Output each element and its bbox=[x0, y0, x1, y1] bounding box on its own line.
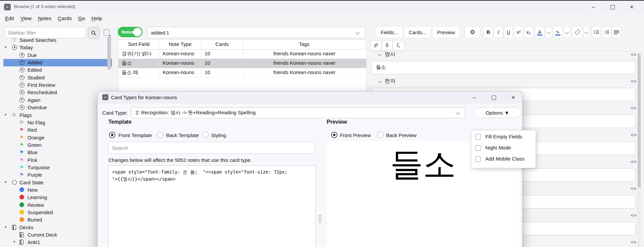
checkbox-add-mobile-class[interactable] bbox=[475, 156, 481, 162]
italic-button[interactable]: I bbox=[494, 26, 503, 38]
sidebar-item-card-state[interactable]: ▾Card State bbox=[3, 179, 112, 186]
fields-button[interactable]: Fields... bbox=[376, 26, 403, 38]
sidebar-item-turquoise[interactable]: ⚑Turquoise bbox=[3, 164, 112, 171]
sidebar-item-saved-searches[interactable]: ♡Saved Searches bbox=[3, 37, 112, 44]
column-header-note-type[interactable]: Note Type bbox=[159, 40, 201, 49]
sidebar-item-studied[interactable]: Studied bbox=[3, 74, 112, 81]
dialog-close-button[interactable]: × bbox=[506, 93, 520, 102]
front-preview-radio[interactable] bbox=[331, 132, 337, 138]
notes-cards-toggle[interactable]: Notes bbox=[118, 27, 143, 37]
html-editor-icon[interactable]: <> bbox=[631, 213, 637, 218]
back-template-radio[interactable] bbox=[157, 132, 164, 138]
collapse-field-icon[interactable] bbox=[378, 79, 381, 83]
close-button[interactable]: × bbox=[625, 3, 638, 11]
sidebar-item-new[interactable]: New bbox=[3, 186, 112, 194]
table-row[interactable]: 들소 떼Korean-nouns10friends Korean-nouns n… bbox=[118, 68, 366, 78]
dialog-minimize-button[interactable]: – bbox=[468, 93, 481, 102]
template-search-input[interactable] bbox=[108, 142, 315, 154]
remove-formatting-dropdown-button[interactable] bbox=[583, 26, 590, 38]
menu-cards[interactable]: Cards bbox=[58, 15, 72, 21]
table-row[interactable]: 잠귀(가) 밝다Korean-nouns10friends Korean-nou… bbox=[118, 49, 366, 59]
sidebar-item-orange[interactable]: ⚑Orange bbox=[3, 134, 112, 141]
highlight-dropdown-button[interactable] bbox=[564, 26, 570, 38]
sidebar-item-purple[interactable]: ⚑Purple bbox=[3, 171, 112, 179]
sidebar-item-overdue[interactable]: Overdue bbox=[3, 104, 112, 111]
text-color-button[interactable]: A bbox=[535, 26, 545, 38]
html-editor-icon[interactable]: <> bbox=[631, 106, 637, 111]
back-preview-radio[interactable] bbox=[377, 132, 384, 138]
menu-go[interactable]: Go bbox=[78, 15, 85, 21]
sidebar-item-due[interactable]: Due bbox=[3, 52, 112, 59]
bullet-list-button[interactable] bbox=[592, 26, 601, 38]
minimize-button[interactable]: – bbox=[587, 3, 600, 11]
expand-arrow-icon[interactable]: ▾ bbox=[13, 240, 15, 244]
sidebar-scrollbar[interactable] bbox=[107, 36, 111, 70]
underline-button[interactable]: U bbox=[504, 26, 513, 38]
sidebar-item-no-flag[interactable]: ⚐No Flag bbox=[3, 119, 112, 126]
expand-arrow-icon[interactable]: ▾ bbox=[5, 180, 7, 184]
numbered-list-button[interactable]: 123 bbox=[602, 26, 611, 38]
field-header[interactable]: 명사<> bbox=[377, 51, 638, 59]
field-header[interactable]: 한자<> bbox=[377, 78, 638, 86]
search-query-input[interactable] bbox=[147, 27, 366, 38]
menu-notes[interactable]: Notes bbox=[38, 15, 52, 21]
checkbox-fill-empty-fields[interactable] bbox=[475, 134, 481, 140]
menu-view[interactable]: View bbox=[20, 15, 32, 21]
editor-scrollbar-thumb[interactable] bbox=[638, 54, 641, 188]
alignment-button[interactable] bbox=[612, 26, 621, 38]
sidebar-item-buried[interactable]: Buried bbox=[3, 216, 112, 224]
cards-button[interactable]: Cards... bbox=[404, 26, 431, 38]
card-type-dropdown[interactable]: 2: Recognition: 명사 -> 뜻+Reading+Reading … bbox=[131, 107, 465, 118]
column-header-sort-field[interactable]: Sort Field bbox=[118, 40, 159, 49]
sidebar-item-decks[interactable]: ▾Decks bbox=[3, 224, 112, 231]
subscript-button[interactable]: x₂ bbox=[524, 26, 533, 38]
column-header-cards[interactable]: Cards bbox=[201, 40, 243, 49]
html-editor-icon[interactable]: <> bbox=[631, 79, 637, 84]
options-button[interactable]: Options ▼ bbox=[474, 107, 521, 118]
splitter-grip[interactable] bbox=[318, 215, 322, 224]
highlight-color-button[interactable]: ✎ bbox=[553, 26, 563, 38]
sidebar-item-red[interactable]: ⚑Red bbox=[3, 126, 112, 134]
text-color-dropdown-button[interactable] bbox=[545, 26, 552, 38]
sidebar-item-edited[interactable]: Edited bbox=[3, 66, 112, 74]
front-template-radio[interactable] bbox=[109, 132, 115, 138]
template-code-editor[interactable]: <span style="font-family: 은 봄; "><span s… bbox=[108, 165, 316, 247]
sidebar-item-green[interactable]: ⚑Green bbox=[3, 141, 112, 149]
table-row[interactable]: 들소Korean-nouns10friends Korean-nouns nav… bbox=[118, 59, 366, 68]
sidebar-item-suspended[interactable]: Suspended bbox=[3, 209, 112, 216]
expand-arrow-icon[interactable]: ▾ bbox=[5, 113, 7, 117]
checkbox-night-mode[interactable] bbox=[475, 145, 481, 151]
collapse-field-icon[interactable] bbox=[378, 52, 381, 56]
html-editor-icon[interactable]: <> bbox=[631, 159, 637, 164]
sidebar-item-pink[interactable]: ⚑Pink bbox=[3, 157, 112, 164]
menu-edit[interactable]: Edit bbox=[5, 15, 14, 21]
sidebar-item-rescheduled[interactable]: Rescheduled bbox=[3, 89, 112, 96]
html-editor-icon[interactable]: <> bbox=[631, 52, 637, 57]
styling-radio[interactable] bbox=[202, 132, 209, 138]
dialog-maximize-button[interactable] bbox=[487, 93, 500, 102]
sidebar-item-first-review[interactable]: First Review bbox=[3, 81, 112, 89]
sidebar-item-current-deck[interactable]: Current Deck bbox=[3, 231, 112, 239]
sidebar-item-flags[interactable]: ▾⚐Flags bbox=[3, 112, 112, 119]
editor-settings-button[interactable]: ⚙ bbox=[465, 26, 480, 38]
preview-button[interactable]: Preview bbox=[432, 26, 460, 38]
expand-arrow-icon[interactable]: ▾ bbox=[5, 45, 7, 49]
sidebar-item-added[interactable]: Added bbox=[3, 59, 112, 66]
sidebar-item-today[interactable]: ▾Today bbox=[3, 44, 112, 51]
sidebar-item-learning[interactable]: Learning bbox=[3, 194, 112, 201]
maximize-button[interactable] bbox=[606, 3, 619, 11]
superscript-button[interactable]: x² bbox=[514, 26, 523, 38]
remove-formatting-button[interactable] bbox=[572, 26, 582, 38]
html-editor-icon[interactable]: <> bbox=[631, 240, 637, 245]
sidebar-item-anki1[interactable]: ▾Anki1 bbox=[3, 239, 112, 246]
html-editor-icon[interactable]: <> bbox=[631, 186, 637, 191]
sidebar-item-again[interactable]: Again bbox=[3, 97, 112, 104]
expand-arrow-icon[interactable]: ▾ bbox=[5, 225, 7, 229]
html-editor-icon[interactable]: <> bbox=[631, 132, 637, 137]
column-header-tags[interactable]: Tags bbox=[243, 40, 366, 49]
sidebar-item-review[interactable]: Review bbox=[3, 201, 112, 209]
bold-button[interactable]: B bbox=[484, 26, 493, 38]
sidebar-item-blue[interactable]: ⚑Blue bbox=[3, 149, 112, 156]
field-input[interactable]: 들소 bbox=[372, 61, 636, 74]
menu-help[interactable]: Help bbox=[92, 15, 102, 21]
